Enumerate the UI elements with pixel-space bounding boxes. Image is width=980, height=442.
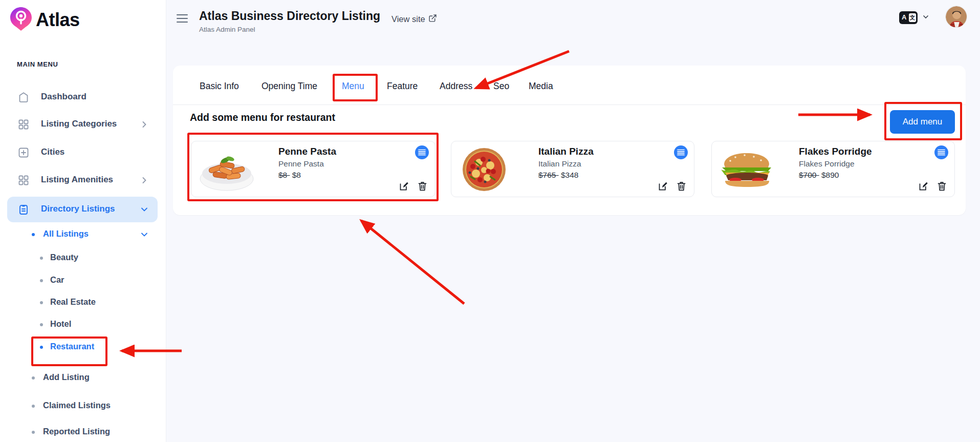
sidebar-item-listing-categories[interactable]: Listing Categories [0, 113, 166, 136]
tab-basic-info[interactable]: Basic Info [200, 81, 239, 92]
burger-image [715, 147, 779, 192]
edit-icon[interactable] [918, 181, 929, 192]
menu-card-penne-pasta: Penne Pasta Penne Pasta $8- $8 [191, 141, 435, 197]
grid-icon [17, 118, 30, 131]
tab-opening-time[interactable]: Opening Time [262, 81, 317, 92]
sidebar-item-listing-amenities[interactable]: Listing Amenities [0, 169, 166, 192]
sidebar-subitem-reported-listing[interactable]: Reported Listing [0, 423, 166, 442]
price-old: $8- [278, 171, 290, 179]
bullet-dot [40, 346, 43, 349]
menu-item-title: Italian Pizza [538, 146, 594, 157]
page-subtitle: Atlas Admin Panel [199, 26, 255, 33]
chevron-right-icon [139, 119, 149, 130]
page-title: Atlas Business Directory Listing [199, 9, 380, 23]
tabs-divider [173, 104, 966, 105]
trash-icon[interactable] [676, 181, 687, 192]
chevron-right-icon [139, 175, 149, 185]
tab-menu[interactable]: Menu [342, 81, 364, 92]
tab-feature[interactable]: Feature [387, 81, 418, 92]
hamburger-menu-icon[interactable] [177, 14, 188, 23]
menu-card-flakes-porridge: Flakes Porridge Flakes Porridge $700- $8… [711, 141, 955, 197]
view-site-link[interactable]: View site [391, 14, 437, 25]
sidebar-item-label: Listing Categories [41, 119, 117, 129]
sidebar-subitem-claimed-listings[interactable]: Claimed Listings [0, 397, 166, 416]
grid-icon [17, 174, 30, 186]
price-new: $8 [292, 171, 301, 179]
app-root: Atlas MAIN MENU Dashboard Listing Catego… [0, 0, 980, 442]
menu-card-italian-pizza: Italian Pizza Italian Pizza $765- $348 [451, 141, 694, 197]
tab-address[interactable]: Address [440, 81, 472, 92]
sidebar-subitem-beauty[interactable]: Beauty [0, 249, 166, 268]
menu-list-badge-icon[interactable] [415, 145, 429, 159]
language-selector[interactable]: A 文 [899, 11, 930, 24]
bullet-dot [40, 301, 43, 304]
menu-list-badge-icon[interactable] [674, 145, 688, 159]
trash-icon[interactable] [937, 181, 947, 192]
sidebar-item-directory-listings[interactable]: Directory Listings [0, 198, 166, 221]
price-new: $348 [561, 171, 578, 179]
main-area: Atlas Business Directory Listing Atlas A… [166, 0, 980, 442]
menu-list-badge-icon[interactable] [934, 145, 948, 159]
menu-item-title: Flakes Porridge [799, 146, 872, 157]
menu-section-heading: Add some menu for restaurant [190, 112, 335, 123]
bullet-dot [32, 233, 35, 236]
chevron-down-icon [922, 13, 930, 23]
price-old: $700- [799, 171, 819, 179]
sidebar-subitem-restaurant[interactable]: Restaurant [0, 338, 166, 357]
sidebar: Atlas MAIN MENU Dashboard Listing Catego… [0, 0, 166, 442]
sidebar-subitem-label: Restaurant [50, 342, 94, 351]
menu-item-title: Penne Pasta [278, 146, 336, 157]
sidebar-item-label: Directory Listings [41, 204, 115, 214]
bullet-dot [40, 323, 43, 326]
external-link-icon [428, 14, 437, 25]
bullet-dot [40, 257, 43, 260]
home-icon [17, 91, 30, 103]
sidebar-item-label: Cities [41, 147, 64, 157]
edit-icon[interactable] [399, 181, 409, 192]
brand-logo[interactable]: Atlas [9, 6, 80, 34]
language-primary-letter: A [902, 13, 906, 21]
sidebar-subitem-label: Car [50, 275, 64, 285]
trash-icon[interactable] [417, 181, 428, 192]
sidebar-subitem-label: All Listings [43, 229, 89, 239]
tab-seo[interactable]: Seo [493, 81, 509, 92]
bullet-dot [40, 279, 43, 282]
edit-icon[interactable] [658, 181, 668, 192]
sidebar-subitem-add-listing[interactable]: Add Listing [0, 369, 166, 388]
sidebar-subitem-label: Claimed Listings [43, 401, 111, 410]
sidebar-subitem-all-listings[interactable]: All Listings [0, 225, 166, 245]
listing-detail-panel: Basic Info Opening Time Menu Feature Add… [173, 66, 966, 215]
menu-item-price: $700- $890 [799, 171, 839, 180]
sidebar-subitem-car[interactable]: Car [0, 271, 166, 291]
translate-icon: A 文 [899, 11, 918, 24]
sidebar-section-label: MAIN MENU [17, 60, 58, 68]
menu-item-subtitle: Penne Pasta [278, 159, 324, 169]
plus-square-icon [17, 146, 30, 159]
chevron-down-icon [139, 229, 149, 240]
bullet-dot [32, 376, 35, 380]
sidebar-item-label: Listing Amenities [41, 175, 113, 185]
sidebar-item-label: Dashboard [41, 92, 86, 102]
sidebar-subitem-label: Hotel [50, 319, 71, 329]
sidebar-subitem-label: Reported Listing [43, 427, 110, 436]
tab-media[interactable]: Media [529, 81, 553, 92]
atlas-pin-icon [9, 6, 33, 34]
add-menu-button[interactable]: Add menu [890, 110, 955, 134]
sidebar-item-dashboard[interactable]: Dashboard [0, 86, 166, 109]
menu-item-price: $8- $8 [278, 171, 301, 180]
bullet-dot [32, 431, 35, 434]
sidebar-subitem-label: Add Listing [43, 372, 90, 382]
language-secondary-letter: 文 [909, 13, 916, 22]
sidebar-subitem-label: Beauty [50, 252, 78, 262]
menu-item-subtitle: Italian Pizza [538, 159, 581, 169]
sidebar-subitem-hotel[interactable]: Hotel [0, 315, 166, 335]
menu-item-subtitle: Flakes Porridge [799, 159, 855, 169]
price-new: $890 [821, 171, 839, 179]
brand-name: Atlas [36, 9, 80, 31]
price-old: $765- [538, 171, 559, 179]
sidebar-subitem-real-estate[interactable]: Real Estate [0, 293, 166, 313]
sidebar-item-cities[interactable]: Cities [0, 141, 166, 164]
sidebar-subitem-label: Real Estate [50, 297, 96, 307]
user-avatar[interactable] [945, 6, 967, 28]
menu-item-price: $765- $348 [538, 171, 578, 180]
